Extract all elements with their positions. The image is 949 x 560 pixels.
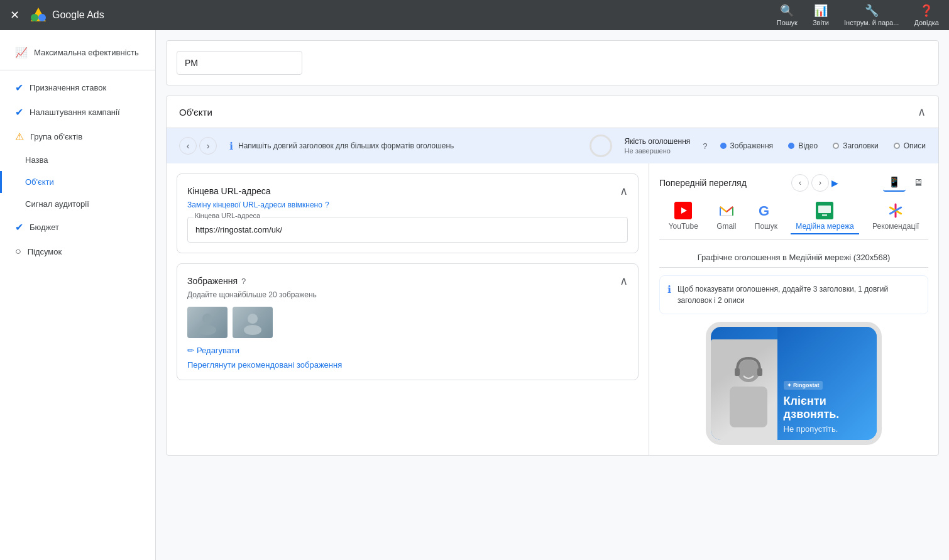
qb-label-video: Відео: [798, 141, 818, 150]
gmail-icon: [718, 202, 735, 219]
channel-tab-youtube[interactable]: YouTube: [664, 199, 703, 234]
qb-nav: ‹ ›: [179, 137, 217, 155]
sidebar-item-name[interactable]: Назва: [0, 149, 155, 171]
sidebar-label-audience: Сигнал аудиторії: [25, 199, 89, 209]
images-collapse-button[interactable]: ∧: [620, 274, 628, 288]
sidebar-item-bidding[interactable]: ✔ Призначення ставок: [0, 75, 155, 100]
url-collapse-button[interactable]: ∧: [620, 184, 628, 198]
ad-preview-card: ✦ Ringostat Клієнти дзвонять. Не пропуст…: [706, 322, 882, 445]
mobile-device-button[interactable]: 📱: [883, 173, 906, 192]
qb-circle: [590, 135, 612, 157]
recommendations-icon: [887, 202, 904, 219]
image-thumb-2: [233, 307, 273, 338]
left-panel: Кінцева URL-адреса ∧ Заміну кінцевої URL…: [167, 163, 649, 455]
images-box-subtitle: Додайте щонайбільше 20 зображень: [187, 290, 628, 299]
main-layout: 📈 Максимальна ефективність ✔ Призначення…: [0, 30, 949, 560]
channel-label-youtube: YouTube: [669, 222, 698, 231]
ad-logo: ✦ Ringostat: [784, 381, 823, 390]
sidebar-item-summary[interactable]: ○ Підсумок: [0, 239, 155, 263]
main-content: Об'єкти ∧ ‹ › ℹ Напишіть довгий заголово…: [156, 30, 949, 560]
images-help-icon[interactable]: ?: [241, 277, 246, 286]
image-thumb-1-inner: [187, 307, 228, 338]
images-thumbs: [187, 307, 628, 338]
preview-play-button[interactable]: ▶: [831, 178, 838, 188]
channel-tab-search[interactable]: G Пошук: [750, 199, 782, 234]
sidebar-label-asset-group: Група об'єктів: [30, 132, 82, 141]
channel-label-display: Медійна мережа: [796, 222, 853, 231]
sidebar-item-asset-group[interactable]: ⚠ Група об'єктів: [0, 124, 155, 149]
objects-section: Об'єкти ∧ ‹ › ℹ Напишіть довгий заголово…: [166, 96, 939, 456]
images-box-header: Зображення ? ∧: [187, 274, 628, 288]
sidebar-item-max-efficiency[interactable]: 📈 Максимальна ефективність: [0, 40, 155, 65]
close-button[interactable]: ✕: [10, 8, 19, 22]
url-box: Кінцева URL-адреса ∧ Заміну кінцевої URL…: [177, 173, 639, 253]
ad-headline: Клієнти дзвонять.: [784, 395, 870, 422]
images-edit-button[interactable]: ✏ Редагувати: [187, 346, 239, 355]
url-input[interactable]: [187, 217, 628, 243]
reports-nav-item[interactable]: 📊 Звіти: [813, 4, 829, 26]
youtube-icon: [674, 202, 692, 219]
url-box-subtitle: Заміну кінцевої URL-адреси ввімкнено ?: [187, 200, 628, 209]
two-col-layout: Кінцева URL-адреса ∧ Заміну кінцевої URL…: [167, 163, 938, 455]
qb-prev-button[interactable]: ‹: [179, 137, 197, 155]
ad-preview-person: [711, 339, 786, 440]
qb-next-button[interactable]: ›: [199, 137, 217, 155]
svg-rect-20: [757, 368, 762, 376]
url-box-header: Кінцева URL-адреса ∧: [187, 184, 628, 198]
svg-point-6: [244, 325, 261, 335]
google-ads-logo-icon: [30, 6, 47, 24]
sidebar-item-audience[interactable]: Сигнал аудиторії: [0, 193, 155, 215]
preview-header: Попередній перегляд ‹ › ▶ 📱 🖥: [659, 173, 928, 192]
svg-point-1: [38, 14, 46, 21]
svg-rect-19: [735, 368, 740, 376]
svg-text:G: G: [759, 203, 769, 219]
url-help-icon[interactable]: ?: [325, 200, 329, 209]
preview-info-text: Графічне оголошення в Медійній мережі (3…: [659, 248, 928, 268]
sidebar-label-max-efficiency: Максимальна ефективність: [34, 48, 139, 57]
search-nav-item[interactable]: 🔍 Пошук: [777, 4, 798, 26]
dot-descriptions: [894, 143, 900, 149]
pm-input[interactable]: [177, 51, 302, 75]
images-recommend-link[interactable]: Переглянути рекомендовані зображення: [187, 360, 342, 370]
sidebar-label-name: Назва: [25, 155, 48, 165]
qb-help-icon[interactable]: ?: [703, 141, 707, 151]
channel-tab-display[interactable]: Медійна мережа: [791, 199, 858, 234]
preview-nav: ‹ › ▶: [791, 174, 838, 192]
image-thumb-2-inner: [233, 307, 273, 338]
channel-label-recommendations: Рекомендації: [872, 222, 919, 231]
qb-quality: Якість оголошення Не завершено: [625, 137, 691, 155]
svg-rect-12: [818, 206, 831, 213]
reports-nav-label: Звіти: [813, 19, 829, 26]
check-icon-bidding: ✔: [15, 82, 23, 94]
qb-item-descriptions: Описи: [894, 141, 926, 150]
sidebar-item-objects[interactable]: Об'єкти: [0, 171, 155, 193]
image-thumb-1: [187, 307, 228, 338]
svg-point-4: [199, 325, 216, 335]
sidebar-item-campaign-settings[interactable]: ✔ Налаштування кампанії: [0, 100, 155, 124]
quality-bar: ‹ › ℹ Напишіть довгий заголовок для біль…: [167, 128, 938, 163]
qb-item-headlines: Заголовки: [833, 141, 879, 150]
preview-prev-button[interactable]: ‹: [791, 174, 809, 192]
sidebar-item-budget[interactable]: ✔ Бюджет: [0, 215, 155, 239]
help-nav-item[interactable]: ❓ Довідка: [914, 4, 939, 26]
tools-nav-item[interactable]: 🔧 Інструм. й пара...: [844, 4, 899, 26]
qb-info-icon: ℹ: [229, 140, 233, 152]
preview-next-button[interactable]: ›: [811, 174, 829, 192]
url-input-label: Кінцева URL-адреса: [194, 212, 261, 219]
channel-tab-recommendations[interactable]: Рекомендації: [867, 199, 924, 234]
collapse-button[interactable]: ∧: [918, 105, 926, 119]
qb-item-video: Відео: [788, 141, 818, 150]
preview-device-buttons: 📱 🖥: [883, 173, 928, 192]
app-title: Google Ads: [52, 9, 104, 21]
qb-label-images: Зображення: [730, 141, 774, 150]
desktop-device-button[interactable]: 🖥: [908, 173, 928, 192]
channel-tab-gmail[interactable]: Gmail: [711, 199, 741, 234]
channel-label-search: Пошук: [755, 222, 777, 231]
objects-title: Об'єкти: [179, 107, 212, 118]
qb-item-images: Зображення: [720, 141, 774, 150]
person-image: [711, 339, 786, 440]
app-logo: Google Ads: [30, 6, 104, 24]
ad-subtext: Не пропустіть.: [784, 424, 870, 434]
ad-preview-inner: ✦ Ringostat Клієнти дзвонять. Не пропуст…: [711, 327, 877, 440]
preview-warn-text: Щоб показувати оголошення, додайте 3 заг…: [677, 283, 920, 306]
